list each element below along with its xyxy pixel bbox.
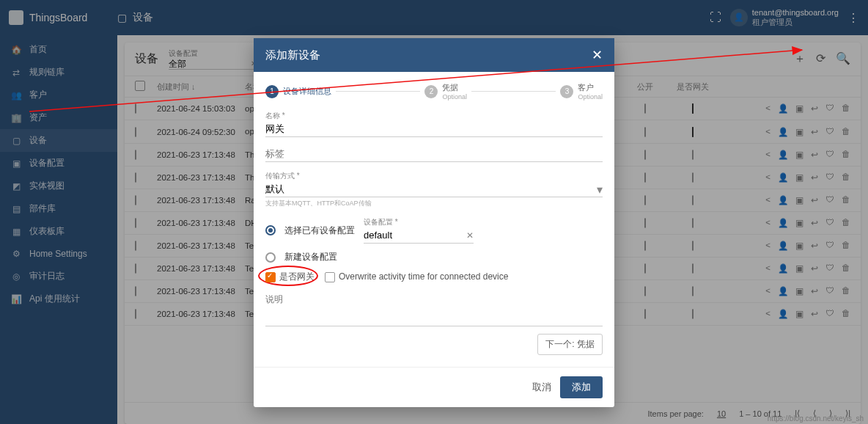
- step-2-num: 2: [424, 85, 438, 98]
- gateway-checkbox[interactable]: [265, 272, 276, 282]
- step-2-label: 凭据: [442, 82, 467, 93]
- close-icon[interactable]: ✕: [592, 47, 603, 63]
- clear-profile-icon[interactable]: ✕: [466, 230, 474, 241]
- step-3-num: 3: [560, 85, 573, 98]
- chevron-down-icon: ▾: [597, 183, 603, 197]
- gateway-checkbox-label: 是否网关: [279, 271, 315, 282]
- device-profile-label: 设备配置 *: [364, 217, 474, 227]
- next-step-button[interactable]: 下一个: 凭据: [537, 334, 603, 355]
- name-field-label: 名称 *: [265, 111, 603, 121]
- overwrite-checkbox-label: Overwrite activity time for connected de…: [339, 271, 508, 282]
- step-3-label: 客户: [578, 82, 603, 93]
- name-input[interactable]: [265, 121, 603, 137]
- step-3-optional: Optional: [578, 93, 603, 100]
- radio-new-profile[interactable]: [265, 252, 276, 263]
- add-button[interactable]: 添加: [560, 376, 603, 398]
- radio-existing-label: 选择已有设备配置: [284, 224, 355, 237]
- gateway-checkbox-wrap[interactable]: 是否网关: [265, 271, 315, 283]
- step-1[interactable]: 1 设备详细信息: [265, 85, 331, 98]
- transport-label: 传输方式 *: [265, 171, 603, 181]
- dialog-title: 添加新设备: [265, 48, 320, 62]
- stepper: 1 设备详细信息 2 凭据 Optional 3 客户 Optional: [254, 72, 614, 111]
- step-1-num: 1: [265, 85, 279, 98]
- label-input[interactable]: [265, 146, 603, 162]
- step-3[interactable]: 3 客户 Optional: [560, 82, 603, 100]
- radio-existing-profile[interactable]: [265, 225, 276, 235]
- transport-hint: 支持基本MQTT、HTTP和CoAP传输: [265, 199, 603, 208]
- add-device-dialog: 添加新设备 ✕ 1 设备详细信息 2 凭据 Optional 3 客户 Opti…: [254, 38, 614, 407]
- step-2-optional: Optional: [442, 93, 467, 100]
- description-textarea[interactable]: [265, 293, 603, 326]
- overwrite-checkbox-wrap[interactable]: Overwrite activity time for connected de…: [325, 271, 508, 282]
- transport-select[interactable]: 默认: [265, 181, 603, 197]
- step-1-label: 设备详细信息: [283, 86, 331, 97]
- overwrite-checkbox[interactable]: [325, 272, 335, 282]
- radio-new-label: 新建设备配置: [284, 251, 337, 263]
- device-profile-input[interactable]: [364, 227, 474, 244]
- step-2[interactable]: 2 凭据 Optional: [424, 82, 467, 100]
- cancel-button[interactable]: 取消: [532, 376, 551, 398]
